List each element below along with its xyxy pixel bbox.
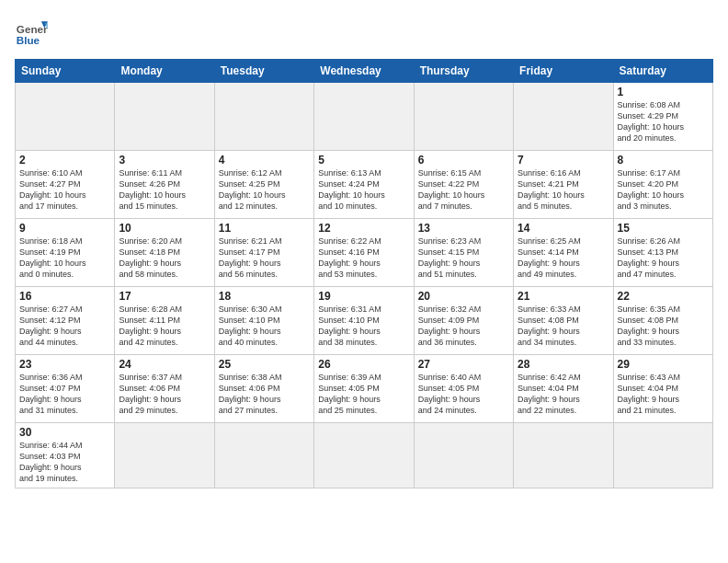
day-number: 16	[19, 290, 110, 303]
day-number: 27	[418, 358, 509, 371]
calendar-week-4: 16Sunrise: 6:27 AM Sunset: 4:12 PM Dayli…	[16, 287, 713, 355]
calendar-cell: 17Sunrise: 6:28 AM Sunset: 4:11 PM Dayli…	[115, 287, 214, 355]
calendar-cell: 28Sunrise: 6:42 AM Sunset: 4:04 PM Dayli…	[514, 355, 613, 423]
calendar-cell: 12Sunrise: 6:22 AM Sunset: 4:16 PM Dayli…	[314, 219, 414, 287]
calendar-header-wednesday: Wednesday	[314, 60, 414, 83]
day-info: Sunrise: 6:10 AM Sunset: 4:27 PM Dayligh…	[19, 167, 110, 213]
day-info: Sunrise: 6:26 AM Sunset: 4:13 PM Dayligh…	[618, 236, 709, 281]
calendar-cell: 16Sunrise: 6:27 AM Sunset: 4:12 PM Dayli…	[16, 287, 115, 355]
day-info: Sunrise: 6:17 AM Sunset: 4:20 PM Dayligh…	[618, 167, 709, 213]
day-info: Sunrise: 6:40 AM Sunset: 4:05 PM Dayligh…	[418, 372, 509, 417]
calendar-week-5: 23Sunrise: 6:36 AM Sunset: 4:07 PM Dayli…	[16, 355, 713, 423]
calendar-cell: 11Sunrise: 6:21 AM Sunset: 4:17 PM Dayli…	[214, 219, 313, 287]
day-info: Sunrise: 6:22 AM Sunset: 4:16 PM Dayligh…	[318, 236, 409, 281]
day-info: Sunrise: 6:38 AM Sunset: 4:06 PM Dayligh…	[219, 372, 310, 417]
calendar-cell	[115, 83, 214, 151]
calendar-cell: 8Sunrise: 6:17 AM Sunset: 4:20 PM Daylig…	[613, 151, 712, 219]
calendar-cell: 21Sunrise: 6:33 AM Sunset: 4:08 PM Dayli…	[514, 287, 613, 355]
day-info: Sunrise: 6:37 AM Sunset: 4:06 PM Dayligh…	[119, 372, 210, 417]
calendar-header-tuesday: Tuesday	[214, 60, 313, 83]
day-info: Sunrise: 6:16 AM Sunset: 4:21 PM Dayligh…	[518, 167, 609, 213]
calendar-table: SundayMondayTuesdayWednesdayThursdayFrid…	[15, 59, 713, 488]
calendar-week-2: 2Sunrise: 6:10 AM Sunset: 4:27 PM Daylig…	[16, 151, 713, 219]
calendar-week-6: 30Sunrise: 6:44 AM Sunset: 4:03 PM Dayli…	[16, 423, 713, 488]
day-number: 19	[318, 290, 409, 303]
logo-icon: General Blue	[15, 15, 48, 48]
calendar-cell	[613, 423, 712, 488]
day-info: Sunrise: 6:30 AM Sunset: 4:10 PM Dayligh…	[219, 304, 310, 349]
day-number: 2	[19, 154, 110, 167]
calendar-cell: 23Sunrise: 6:36 AM Sunset: 4:07 PM Dayli…	[16, 355, 115, 423]
day-number: 8	[618, 154, 709, 167]
day-number: 25	[219, 358, 310, 371]
calendar-cell: 14Sunrise: 6:25 AM Sunset: 4:14 PM Dayli…	[514, 219, 613, 287]
calendar-header-saturday: Saturday	[613, 60, 712, 83]
day-number: 18	[219, 290, 310, 303]
day-number: 3	[119, 154, 210, 167]
calendar-cell: 7Sunrise: 6:16 AM Sunset: 4:21 PM Daylig…	[514, 151, 613, 219]
day-number: 4	[219, 154, 310, 167]
day-number: 13	[418, 222, 509, 235]
calendar-header-thursday: Thursday	[414, 60, 513, 83]
calendar-cell: 22Sunrise: 6:35 AM Sunset: 4:08 PM Dayli…	[613, 287, 712, 355]
calendar-cell: 13Sunrise: 6:23 AM Sunset: 4:15 PM Dayli…	[414, 219, 513, 287]
day-info: Sunrise: 6:15 AM Sunset: 4:22 PM Dayligh…	[418, 167, 509, 213]
calendar-cell: 10Sunrise: 6:20 AM Sunset: 4:18 PM Dayli…	[115, 219, 214, 287]
calendar-cell: 9Sunrise: 6:18 AM Sunset: 4:19 PM Daylig…	[16, 219, 115, 287]
day-info: Sunrise: 6:44 AM Sunset: 4:03 PM Dayligh…	[19, 440, 110, 485]
calendar-header-monday: Monday	[115, 60, 214, 83]
header: General Blue	[15, 15, 713, 48]
calendar-cell: 20Sunrise: 6:32 AM Sunset: 4:09 PM Dayli…	[414, 287, 513, 355]
page-container: General Blue SundayMondayTuesdayWednesda…	[0, 0, 728, 496]
calendar-header-row: SundayMondayTuesdayWednesdayThursdayFrid…	[16, 60, 713, 83]
calendar-cell: 5Sunrise: 6:13 AM Sunset: 4:24 PM Daylig…	[314, 151, 414, 219]
day-info: Sunrise: 6:42 AM Sunset: 4:04 PM Dayligh…	[518, 372, 609, 417]
day-info: Sunrise: 6:43 AM Sunset: 4:04 PM Dayligh…	[618, 372, 709, 417]
calendar-cell	[514, 423, 613, 488]
calendar-cell: 25Sunrise: 6:38 AM Sunset: 4:06 PM Dayli…	[214, 355, 313, 423]
day-number: 15	[618, 222, 709, 235]
day-info: Sunrise: 6:32 AM Sunset: 4:09 PM Dayligh…	[418, 304, 509, 349]
day-number: 26	[318, 358, 409, 371]
day-number: 6	[418, 154, 509, 167]
calendar-cell: 1Sunrise: 6:08 AM Sunset: 4:29 PM Daylig…	[613, 83, 712, 151]
day-number: 22	[618, 290, 709, 303]
day-number: 7	[518, 154, 609, 167]
calendar-cell	[16, 83, 115, 151]
calendar-cell: 18Sunrise: 6:30 AM Sunset: 4:10 PM Dayli…	[214, 287, 313, 355]
calendar-week-1: 1Sunrise: 6:08 AM Sunset: 4:29 PM Daylig…	[16, 83, 713, 151]
day-info: Sunrise: 6:31 AM Sunset: 4:10 PM Dayligh…	[318, 304, 409, 349]
calendar-cell	[514, 83, 613, 151]
day-number: 1	[618, 86, 709, 98]
day-info: Sunrise: 6:08 AM Sunset: 4:29 PM Dayligh…	[618, 99, 709, 144]
day-info: Sunrise: 6:35 AM Sunset: 4:08 PM Dayligh…	[618, 304, 709, 349]
calendar-cell: 30Sunrise: 6:44 AM Sunset: 4:03 PM Dayli…	[16, 423, 115, 488]
day-number: 29	[618, 358, 709, 371]
calendar-cell	[314, 83, 414, 151]
day-info: Sunrise: 6:39 AM Sunset: 4:05 PM Dayligh…	[318, 372, 409, 417]
day-info: Sunrise: 6:28 AM Sunset: 4:11 PM Dayligh…	[119, 304, 210, 349]
calendar-cell: 6Sunrise: 6:15 AM Sunset: 4:22 PM Daylig…	[414, 151, 513, 219]
calendar-cell: 2Sunrise: 6:10 AM Sunset: 4:27 PM Daylig…	[16, 151, 115, 219]
calendar-cell: 4Sunrise: 6:12 AM Sunset: 4:25 PM Daylig…	[214, 151, 313, 219]
day-number: 14	[518, 222, 609, 235]
calendar-cell: 26Sunrise: 6:39 AM Sunset: 4:05 PM Dayli…	[314, 355, 414, 423]
day-info: Sunrise: 6:13 AM Sunset: 4:24 PM Dayligh…	[318, 167, 409, 213]
logo: General Blue	[15, 15, 51, 48]
day-info: Sunrise: 6:12 AM Sunset: 4:25 PM Dayligh…	[219, 167, 310, 213]
day-number: 20	[418, 290, 509, 303]
day-number: 10	[119, 222, 210, 235]
calendar-cell	[214, 83, 313, 151]
day-info: Sunrise: 6:36 AM Sunset: 4:07 PM Dayligh…	[19, 372, 110, 417]
day-info: Sunrise: 6:33 AM Sunset: 4:08 PM Dayligh…	[518, 304, 609, 349]
day-number: 28	[518, 358, 609, 371]
calendar-week-3: 9Sunrise: 6:18 AM Sunset: 4:19 PM Daylig…	[16, 219, 713, 287]
calendar-header-sunday: Sunday	[16, 60, 115, 83]
calendar-cell: 27Sunrise: 6:40 AM Sunset: 4:05 PM Dayli…	[414, 355, 513, 423]
calendar-cell	[314, 423, 414, 488]
day-info: Sunrise: 6:18 AM Sunset: 4:19 PM Dayligh…	[19, 236, 110, 281]
calendar-cell: 24Sunrise: 6:37 AM Sunset: 4:06 PM Dayli…	[115, 355, 214, 423]
day-info: Sunrise: 6:11 AM Sunset: 4:26 PM Dayligh…	[119, 167, 210, 213]
day-number: 17	[119, 290, 210, 303]
calendar-cell	[115, 423, 214, 488]
